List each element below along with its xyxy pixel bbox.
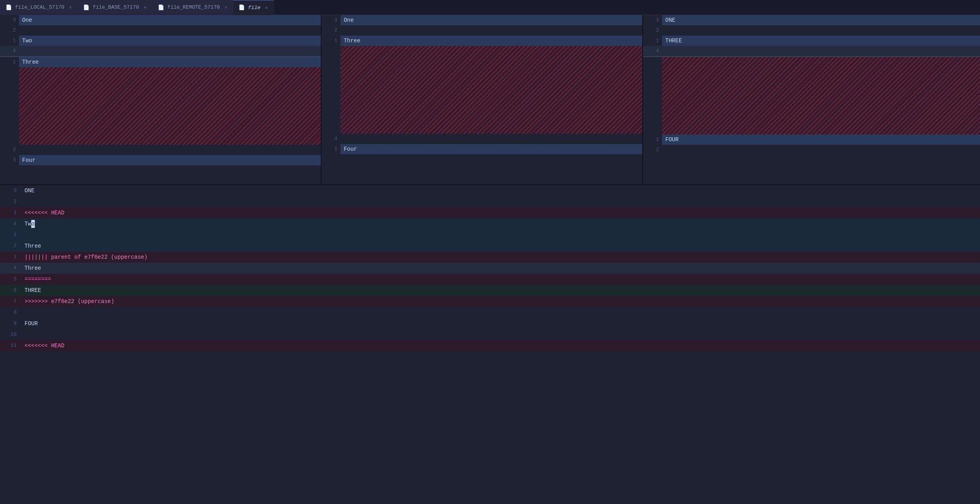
tab-remote[interactable]: 📄 file_REMOTE_57170 ✕ bbox=[152, 0, 233, 15]
editor-line-11: 7 >>>>>>> e7f6e22 (uppercase) bbox=[0, 296, 980, 307]
panel-base: 3 One 2 1 Three 4 bbox=[322, 15, 643, 184]
tab-label-base: file_BASE_57170 bbox=[93, 4, 139, 10]
text-cursor: o bbox=[31, 220, 35, 228]
editor-line-2: 2 bbox=[0, 196, 980, 207]
tab-label-local: file_LOCAL_57170 bbox=[15, 4, 64, 10]
diff-remote-hatch bbox=[643, 57, 980, 135]
file-icon-local: 📄 bbox=[6, 4, 12, 11]
diff-local-line-2: 2 bbox=[0, 25, 321, 36]
editor-line-8: 4 Three bbox=[0, 263, 980, 274]
diff-remote-line-5: 1 FOUR bbox=[643, 135, 980, 145]
editor-line-5: 1 bbox=[0, 229, 980, 241]
tab-local[interactable]: 📄 file_LOCAL_57170 ✕ bbox=[0, 0, 78, 15]
tab-label-remote: file_REMOTE_57170 bbox=[167, 4, 220, 10]
panel-local: 3 One 2 1 Two 4 1 Three bbox=[0, 15, 322, 184]
diff-local-line-5: 1 Three bbox=[0, 57, 321, 67]
diff-local-line-6: 2 bbox=[0, 145, 321, 155]
diff-base-line-1: 3 One bbox=[322, 15, 642, 25]
editor-line-13: 9 FOUR bbox=[0, 318, 980, 329]
editor-line-4: 4 Two bbox=[0, 218, 980, 229]
diff-remote-line-1: 3 ONE bbox=[643, 15, 980, 25]
editor-line-6: 2 Three bbox=[0, 241, 980, 252]
close-base[interactable]: ✕ bbox=[144, 5, 146, 10]
diff-base-line-6: 1 Four bbox=[322, 144, 642, 154]
diff-remote-line-3: 1 THREE bbox=[643, 36, 980, 46]
file-icon-file: 📄 bbox=[238, 4, 245, 11]
panel-remote: 3 ONE 2 1 THREE 4 bbox=[643, 15, 980, 184]
editor-line-12: 8 bbox=[0, 307, 980, 318]
editor-line-7: 3 ||||||| parent of e7f6e22 (uppercase) bbox=[0, 252, 980, 263]
diff-base-line-3: 1 Three bbox=[322, 36, 642, 46]
diff-local-line-7: 3 Four bbox=[0, 155, 321, 165]
close-local[interactable]: ✕ bbox=[69, 5, 72, 10]
diff-base-line-5: 4 bbox=[322, 134, 642, 144]
close-file[interactable]: ✕ bbox=[265, 5, 268, 10]
diff-local-line-3: 1 Two bbox=[0, 36, 321, 46]
diff-base-line-2: 2 bbox=[322, 25, 642, 36]
editor-line-15: 11 <<<<<<< HEAD bbox=[0, 340, 980, 351]
diff-remote-line-2: 2 bbox=[643, 25, 980, 36]
editor-area[interactable]: 3 ONE 2 1 <<<<<<< HEAD 4 Two 1 2 Three bbox=[0, 185, 980, 504]
diff-remote-line-6: 2 bbox=[643, 145, 980, 155]
editor-line-3: 1 <<<<<<< HEAD bbox=[0, 207, 980, 218]
file-icon-remote: 📄 bbox=[158, 4, 164, 11]
tab-bar: 📄 file_LOCAL_57170 ✕ 📄 file_BASE_57170 ✕… bbox=[0, 0, 980, 15]
close-remote[interactable]: ✕ bbox=[225, 5, 227, 10]
diff-local-line-4: 4 bbox=[0, 46, 321, 57]
editor-line-10: 6 THREE bbox=[0, 285, 980, 296]
file-icon-base: 📄 bbox=[83, 4, 89, 11]
diff-remote-line-4: 4 bbox=[643, 46, 980, 57]
tab-label-file: file bbox=[248, 5, 260, 11]
tab-base[interactable]: 📄 file_BASE_57170 ✕ bbox=[78, 0, 152, 15]
main-container: 3 One 2 1 Two 4 1 Three bbox=[0, 15, 980, 504]
diff-panels: 3 One 2 1 Two 4 1 Three bbox=[0, 15, 980, 185]
diff-base-hatch bbox=[322, 46, 642, 134]
editor-line-1: 3 ONE bbox=[0, 185, 980, 196]
diff-local-hatch bbox=[0, 67, 321, 145]
editor-line-9: 5 ======== bbox=[0, 274, 980, 285]
editor-line-14: 10 bbox=[0, 329, 980, 340]
diff-local-line-1: 3 One bbox=[0, 15, 321, 25]
tab-file[interactable]: 📄 file ✕ bbox=[233, 0, 274, 15]
